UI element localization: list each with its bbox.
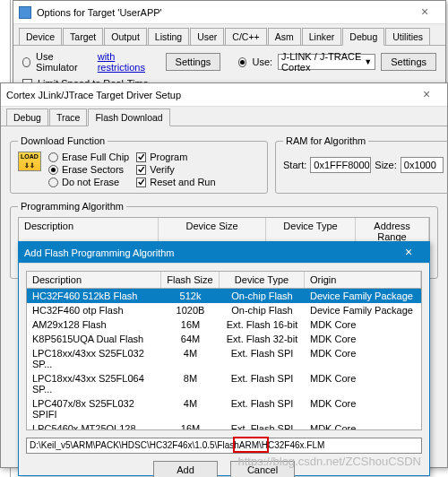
- use-label: Use:: [252, 56, 272, 67]
- tab-linker[interactable]: Linker: [302, 28, 342, 45]
- add-list[interactable]: HC32F460 512kB Flash512kOn-chip FlashDev…: [26, 289, 422, 430]
- col-origin: Origin: [305, 272, 421, 288]
- chevron-down-icon: ▼: [364, 57, 372, 66]
- use-simulator-label: Use Simulator: [36, 51, 85, 73]
- settings-right-button[interactable]: Settings: [381, 53, 436, 71]
- tab-trace[interactable]: Trace: [49, 108, 87, 126]
- close-icon[interactable]: ×: [409, 4, 440, 22]
- tab-listing[interactable]: Listing: [148, 28, 189, 45]
- table-row[interactable]: LPC5460x MT25QL128 SPIFI16MExt. Flash SP…: [27, 421, 421, 430]
- table-row[interactable]: K8P5615UQA Dual Flash64MExt. Flash 32-bi…: [27, 332, 421, 346]
- verify-check[interactable]: [136, 165, 146, 175]
- tab-jdebug[interactable]: Debug: [6, 108, 48, 126]
- table-row[interactable]: AM29x128 Flash16MExt. Flash 16-bitMDK Co…: [27, 317, 421, 332]
- col-dtype: Device Type: [220, 272, 305, 288]
- table-row[interactable]: LPC18xx/43xx S25FL032 SP...4MExt. Flash …: [27, 346, 421, 371]
- path-input[interactable]: D:\Keil_v5\ARM\PACK\HDSC\HC32F46x\1.0.5\…: [26, 438, 422, 454]
- close-icon[interactable]: ×: [411, 86, 442, 104]
- program-check[interactable]: [136, 152, 146, 162]
- options-title: Options for Target 'UserAPP': [37, 7, 409, 18]
- add-titlebar: Add Flash Programming Algorithm ×: [19, 242, 429, 264]
- close-icon[interactable]: ×: [393, 244, 424, 262]
- debugger-value: J-LINK / J-TRACE Cortex: [281, 51, 364, 73]
- download-function-group: Download Function LOAD⇩⇩ Erase Full Chip…: [10, 135, 268, 194]
- ram-legend: RAM for Algorithm: [283, 135, 368, 146]
- red-highlight: [233, 437, 269, 453]
- tab-debug[interactable]: Debug: [342, 28, 384, 46]
- use-debugger-radio[interactable]: [238, 57, 246, 67]
- table-row[interactable]: HC32F460 512kB Flash512kOn-chip FlashDev…: [27, 289, 421, 303]
- jlink-titlebar: Cortex JLink/JTrace Target Driver Setup …: [1, 83, 447, 107]
- erase-full-radio[interactable]: [48, 152, 58, 162]
- add-button[interactable]: Add: [153, 461, 218, 477]
- dl-legend: Download Function: [18, 135, 108, 146]
- jlink-title: Cortex JLink/JTrace Target Driver Setup: [6, 90, 411, 100]
- options-titlebar: Options for Target 'UserAPP' ×: [13, 1, 445, 24]
- erase-sectors-radio[interactable]: [48, 165, 58, 175]
- tab-flashdl[interactable]: Flash Download: [88, 108, 169, 126]
- program-label: Program: [150, 152, 187, 162]
- tab-asm[interactable]: Asm: [268, 28, 301, 45]
- load-icon: LOAD⇩⇩: [18, 152, 41, 171]
- size-input[interactable]: 0x1000: [401, 157, 444, 173]
- verify-label: Verify: [150, 164, 175, 175]
- tab-output[interactable]: Output: [104, 28, 147, 45]
- do-not-erase-radio[interactable]: [48, 178, 58, 187]
- reset-run-check[interactable]: [136, 178, 146, 187]
- ram-group: RAM for Algorithm Start: 0x1FFF8000 Size…: [275, 135, 448, 194]
- table-row[interactable]: HC32F460 otp Flash1020BOn-chip FlashDevi…: [27, 303, 421, 317]
- use-simulator-radio[interactable]: [22, 57, 30, 67]
- table-row[interactable]: LPC407x/8x S25FL032 SPIFI4MExt. Flash SP…: [27, 396, 421, 421]
- table-row[interactable]: LPC18xx/43xx S25FL064 SP...8MExt. Flash …: [27, 371, 421, 396]
- tab-user[interactable]: User: [190, 28, 224, 45]
- add-body: Description Flash Size Device Type Origi…: [19, 264, 429, 477]
- prog-algo-legend: Programming Algorithm: [18, 201, 126, 212]
- debugger-select[interactable]: J-LINK / J-TRACE Cortex ▼: [278, 54, 375, 70]
- tab-device[interactable]: Device: [19, 28, 62, 45]
- tab-target[interactable]: Target: [63, 28, 103, 45]
- tab-cpp[interactable]: C/C++: [225, 28, 266, 45]
- start-input[interactable]: 0x1FFF8000: [310, 157, 371, 173]
- erase-sectors-label: Erase Sectors: [62, 164, 124, 175]
- options-tabs: Device Target Output Listing User C/C++ …: [13, 24, 445, 46]
- jlink-tabs: Debug Trace Flash Download: [1, 107, 447, 126]
- col-desc: Description: [27, 272, 161, 288]
- add-flash-dialog: Add Flash Programming Algorithm × Descri…: [18, 241, 430, 476]
- reset-run-label: Reset and Run: [150, 177, 215, 187]
- col-fsize: Flash Size: [161, 272, 220, 288]
- cancel-button[interactable]: Cancel: [230, 461, 295, 477]
- erase-full-label: Erase Full Chip: [62, 152, 129, 162]
- start-label: Start:: [283, 160, 306, 170]
- add-title: Add Flash Programming Algorithm: [24, 247, 393, 258]
- add-list-header: Description Flash Size Device Type Origi…: [26, 271, 422, 289]
- size-label: Size:: [375, 160, 396, 170]
- app-icon: [19, 6, 31, 19]
- settings-left-button[interactable]: Settings: [166, 53, 221, 71]
- do-not-erase-label: Do not Erase: [62, 177, 119, 187]
- tab-utilities[interactable]: Utilities: [385, 28, 430, 45]
- with-restrictions-link[interactable]: with restrictions: [98, 51, 151, 73]
